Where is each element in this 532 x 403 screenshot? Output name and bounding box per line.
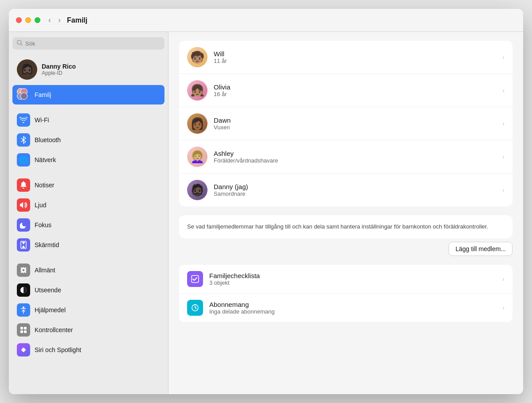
member-row[interactable]: 🧒🏽 Will 11 år ›	[179, 41, 512, 74]
member-role: Samordnare	[214, 190, 502, 197]
bell-icon	[17, 178, 30, 192]
speaker-icon	[17, 198, 30, 212]
sidebar-item-label: Nätverk	[35, 156, 56, 163]
moon-icon	[17, 218, 30, 232]
search-input[interactable]	[25, 40, 160, 47]
sidebar-item-wifi[interactable]: Wi-Fi	[12, 110, 164, 130]
appearance-icon	[17, 283, 30, 297]
hourglass-icon	[17, 238, 30, 252]
sidebar-item-label: Skärmtid	[35, 241, 59, 248]
back-button[interactable]: ‹	[46, 15, 54, 26]
gear-icon	[17, 264, 30, 277]
search-bar[interactable]	[12, 37, 164, 50]
member-info-dawn: Dawn Vuxen	[214, 116, 502, 131]
sidebar-item-label: Wi-Fi	[35, 116, 49, 124]
member-info-will: Will 11 år	[214, 50, 502, 64]
feature-row-checklist[interactable]: Familjechecklista 3 objekt ›	[179, 265, 512, 294]
member-name: Danny (jag)	[214, 183, 502, 190]
svg-point-6	[23, 306, 24, 308]
sidebar-item-kontrollcenter[interactable]: Kontrollcenter	[12, 320, 164, 340]
feature-row-abonnemang[interactable]: Abonnemang Inga delade abonnemang ›	[179, 294, 512, 322]
bluetooth-icon	[17, 133, 30, 147]
member-row[interactable]: 👩🏼‍🦱 Ashley Förälder/vårdnadshavare ›	[179, 140, 512, 174]
member-role: 16 år	[214, 91, 502, 97]
member-row[interactable]: 👧🏽 Olivia 16 år ›	[179, 74, 512, 107]
window-title: Familj	[67, 16, 87, 24]
siri-icon	[17, 343, 30, 356]
forward-button[interactable]: ›	[55, 15, 63, 26]
sidebar-item-ljud[interactable]: Ljud	[12, 195, 164, 215]
member-avatar-ashley: 👩🏼‍🦱	[187, 147, 207, 167]
feature-info-abonnemang: Abonnemang Inga delade abonnemang	[209, 301, 502, 315]
user-profile[interactable]: 🧔🏿 Danny Rico Apple-ID	[12, 56, 164, 83]
members-card: 🧒🏽 Will 11 år › 👧🏽 Olivia 16 år	[179, 41, 512, 206]
member-row[interactable]: 🧔🏿 Danny (jag) Samordnare ›	[179, 174, 512, 206]
chevron-icon: ›	[502, 275, 505, 283]
member-name: Dawn	[214, 116, 502, 124]
description-text: Se vad familjemedlemmar har tillgång til…	[187, 223, 488, 230]
maximize-button[interactable]	[35, 17, 40, 23]
member-avatar-olivia: 👧🏽	[187, 80, 207, 101]
checklist-icon	[187, 271, 203, 287]
sidebar-item-natverk[interactable]: 🌐 Nätverk	[12, 150, 164, 170]
main-window: ‹ › Familj 🧔🏿	[9, 9, 523, 394]
chevron-icon: ›	[502, 54, 505, 61]
traffic-lights	[16, 17, 40, 23]
minimize-button[interactable]	[25, 17, 31, 23]
svg-rect-8	[24, 327, 27, 329]
main-content: 🧒🏽 Will 11 år › 👧🏽 Olivia 16 år	[168, 32, 523, 394]
sidebar-item-label: Notiser	[35, 182, 54, 189]
chevron-icon: ›	[502, 153, 505, 160]
member-info-olivia: Olivia 16 år	[214, 83, 502, 97]
add-member-row: Lägg till medlem...	[179, 242, 512, 256]
sidebar-item-fokus[interactable]: Fokus	[12, 215, 164, 235]
member-avatar-will: 🧒🏽	[187, 47, 207, 67]
feature-name: Abonnemang	[209, 301, 502, 308]
add-member-button[interactable]: Lägg till medlem...	[449, 242, 512, 256]
chevron-icon: ›	[502, 87, 505, 94]
member-info-danny: Danny (jag) Samordnare	[214, 183, 502, 197]
sidebar-item-allman[interactable]: Allmänt	[12, 260, 164, 280]
svg-line-1	[21, 44, 22, 45]
sidebar-item-label: Kontrollcenter	[35, 326, 73, 333]
member-role: 11 år	[214, 58, 502, 64]
feature-name: Familjechecklista	[209, 272, 502, 279]
description-box: Se vad familjemedlemmar har tillgång til…	[179, 215, 512, 238]
sidebar-item-siri[interactable]: Siri och Spotlight	[12, 340, 164, 360]
member-name: Will	[214, 50, 502, 58]
member-avatar-dawn: 👩🏾	[187, 113, 207, 134]
sidebar-item-hjalpmedel[interactable]: Hjälpmedel	[12, 300, 164, 320]
svg-rect-10	[24, 330, 27, 333]
feature-sub: 3 objekt	[209, 279, 502, 286]
wifi-icon	[17, 113, 30, 127]
feature-info-checklist: Familjechecklista 3 objekt	[209, 272, 502, 286]
member-info-ashley: Ashley Förälder/vårdnadshavare	[214, 150, 502, 164]
member-row[interactable]: 👩🏾 Dawn Vuxen ›	[179, 107, 512, 140]
sidebar-item-notiser[interactable]: Notiser	[12, 175, 164, 195]
sidebar-item-label: Utseende	[35, 287, 61, 294]
feature-sub: Inga delade abonnemang	[209, 308, 502, 315]
sidebar: 🧔🏿 Danny Rico Apple-ID Familj	[9, 32, 168, 394]
sidebar-item-label: Familj	[35, 91, 51, 98]
close-button[interactable]	[16, 17, 22, 23]
family-icon	[17, 88, 30, 101]
sidebar-item-skarmtid[interactable]: Skärmtid	[12, 235, 164, 255]
profile-name: Danny Rico	[42, 63, 76, 70]
search-icon	[17, 40, 23, 47]
member-name: Ashley	[214, 150, 502, 157]
sidebar-item-label: Bluetooth	[35, 136, 61, 143]
sidebar-item-bluetooth[interactable]: Bluetooth	[12, 130, 164, 150]
member-role: Vuxen	[214, 124, 502, 131]
content-area: 🧔🏿 Danny Rico Apple-ID Familj	[9, 32, 523, 394]
avatar: 🧔🏿	[17, 59, 37, 80]
sidebar-item-label: Siri och Spotlight	[35, 346, 81, 353]
svg-rect-9	[20, 330, 23, 333]
abonnemang-icon	[187, 300, 203, 316]
sidebar-item-utseende[interactable]: Utseende	[12, 280, 164, 300]
svg-rect-7	[20, 327, 23, 329]
controlcenter-icon	[17, 323, 30, 337]
chevron-icon: ›	[502, 120, 505, 127]
sidebar-item-label: Hjälpmedel	[35, 306, 66, 314]
chevron-icon: ›	[502, 186, 505, 194]
sidebar-item-familj[interactable]: Familj	[12, 85, 164, 105]
